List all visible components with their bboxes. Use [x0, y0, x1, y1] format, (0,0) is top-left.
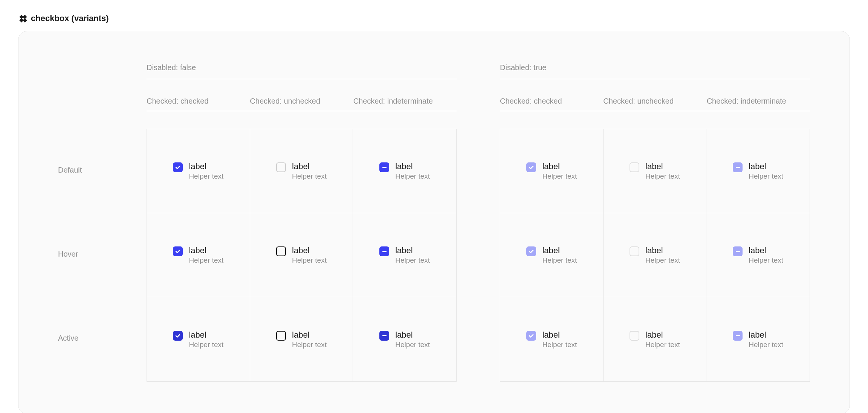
checkbox-label: label	[542, 330, 577, 340]
variant-cell: labelHelper text	[353, 213, 456, 297]
checkbox-label: label	[189, 246, 223, 255]
checkbox[interactable]: labelHelper text	[173, 330, 223, 349]
checkbox-helper: Helper text	[292, 256, 327, 265]
checkbox-helper: Helper text	[542, 172, 577, 180]
section-disabled: Disabled: true Checked: checked Checked:…	[500, 63, 810, 382]
dash-icon	[382, 167, 387, 168]
checkbox-box[interactable]	[379, 331, 389, 341]
checkbox-helper: Helper text	[395, 172, 430, 180]
variant-cell: labelHelper text	[147, 129, 250, 213]
variant-cell: labelHelper text	[604, 129, 707, 213]
variant-cell: labelHelper text	[706, 213, 810, 297]
check-icon	[175, 333, 180, 338]
checkbox[interactable]: labelHelper text	[379, 246, 430, 265]
checkbox[interactable]: labelHelper text	[276, 162, 327, 180]
checkbox: labelHelper text	[733, 246, 783, 265]
checkbox-label: label	[292, 246, 327, 255]
checkbox-label: label	[542, 246, 577, 255]
checkbox-label: label	[749, 246, 783, 255]
variant-cell: labelHelper text	[706, 297, 810, 381]
checkbox-box	[526, 246, 536, 256]
variant-cell: labelHelper text	[604, 297, 707, 381]
dash-icon	[736, 335, 740, 336]
variant-cell: labelHelper text	[250, 129, 353, 213]
checkbox-helper: Helper text	[645, 172, 680, 180]
row-label-active: Active	[58, 296, 103, 380]
checkbox-label: label	[645, 162, 680, 171]
checkbox-label: label	[189, 162, 223, 171]
checkbox-label: label	[542, 162, 577, 171]
col-header-unchecked: Checked: unchecked	[603, 97, 706, 111]
col-header-indeterminate: Checked: indeterminate	[707, 97, 810, 111]
checkbox: labelHelper text	[526, 330, 577, 349]
checkbox-label: label	[749, 330, 783, 340]
checkbox: labelHelper text	[630, 330, 680, 349]
checkbox-helper: Helper text	[395, 256, 430, 265]
col-header-checked: Checked: checked	[147, 97, 250, 111]
checkbox-helper: Helper text	[749, 341, 783, 349]
col-header-indeterminate: Checked: indeterminate	[353, 97, 457, 111]
checkbox: labelHelper text	[630, 162, 680, 180]
checkbox-box	[733, 331, 743, 341]
checkbox-helper: Helper text	[645, 256, 680, 265]
check-icon	[529, 333, 534, 338]
checkbox-box[interactable]	[379, 162, 389, 172]
checkbox-helper: Helper text	[189, 341, 223, 349]
checkbox[interactable]: labelHelper text	[276, 330, 327, 349]
checkbox-label: label	[645, 330, 680, 340]
checkbox-box	[526, 331, 536, 341]
checkbox-box[interactable]	[173, 331, 183, 341]
checkbox-box	[630, 331, 639, 341]
checkbox-box	[733, 246, 743, 256]
dash-icon	[382, 335, 387, 336]
checkbox: labelHelper text	[733, 330, 783, 349]
checkbox-box[interactable]	[173, 246, 183, 256]
checkbox-box[interactable]	[379, 246, 389, 256]
checkbox[interactable]: labelHelper text	[276, 246, 327, 265]
checkbox-box[interactable]	[276, 331, 286, 341]
checkbox-helper: Helper text	[292, 341, 327, 349]
dash-icon	[736, 251, 740, 252]
checkbox-helper: Helper text	[749, 256, 783, 265]
check-icon	[529, 249, 534, 254]
dash-icon	[382, 251, 387, 252]
checkbox-box[interactable]	[173, 162, 183, 172]
checkbox-box	[630, 162, 639, 172]
checkbox-helper: Helper text	[189, 172, 223, 180]
check-icon	[175, 165, 180, 170]
dash-icon	[736, 167, 740, 168]
variant-cell: labelHelper text	[250, 297, 353, 381]
checkbox-label: label	[292, 162, 327, 171]
page-title: checkbox (variants)	[31, 14, 109, 23]
variants-canvas: Default Hover Active Disabled: false Che…	[18, 31, 850, 413]
check-icon	[175, 249, 180, 254]
checkbox-label: label	[395, 246, 430, 255]
variant-cell: labelHelper text	[500, 129, 604, 213]
variants-grid-disabled: labelHelper text labelHelper text labelH…	[500, 129, 810, 382]
checkbox-box[interactable]	[276, 246, 286, 256]
group-header-disabled-false: Disabled: false	[147, 63, 457, 79]
checkbox: labelHelper text	[526, 162, 577, 180]
checkbox-label: label	[749, 162, 783, 171]
checkbox-helper: Helper text	[645, 341, 680, 349]
check-icon	[529, 165, 534, 170]
component-variants-icon	[20, 15, 26, 22]
variant-cell: labelHelper text	[706, 129, 810, 213]
checkbox: labelHelper text	[526, 246, 577, 265]
col-header-checked: Checked: checked	[500, 97, 603, 111]
checkbox-box	[526, 162, 536, 172]
checkbox[interactable]: labelHelper text	[379, 330, 430, 349]
checkbox[interactable]: labelHelper text	[379, 162, 430, 180]
checkbox-helper: Helper text	[292, 172, 327, 180]
variant-cell: labelHelper text	[147, 213, 250, 297]
row-label-hover: Hover	[58, 212, 103, 296]
variant-cell: labelHelper text	[147, 297, 250, 381]
checkbox[interactable]: labelHelper text	[173, 162, 223, 180]
group-header-disabled-true: Disabled: true	[500, 63, 810, 79]
checkbox[interactable]: labelHelper text	[173, 246, 223, 265]
checkbox-box[interactable]	[276, 162, 286, 172]
variant-cell: labelHelper text	[353, 297, 456, 381]
checkbox-box	[733, 162, 743, 172]
checkbox-box	[630, 246, 639, 256]
variants-grid-enabled: labelHelper text labelHelper text labelH…	[147, 129, 457, 382]
